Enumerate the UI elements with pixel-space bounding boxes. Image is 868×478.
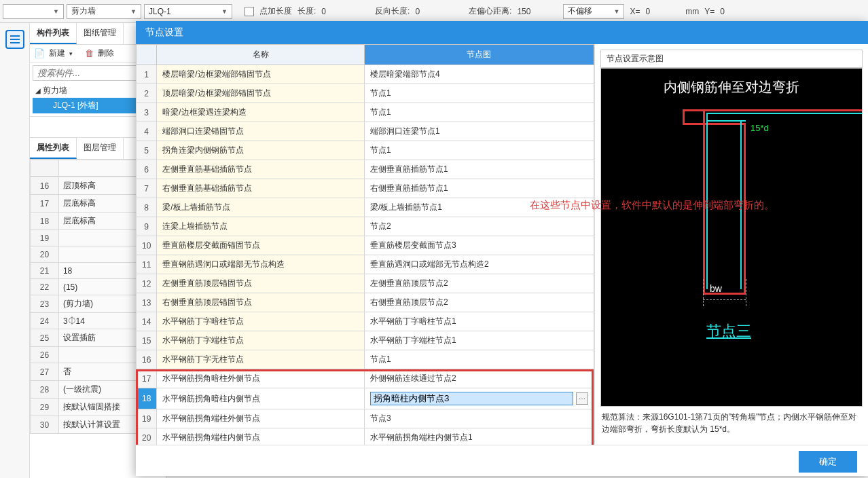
node-name-cell[interactable]: 右侧垂直筋顶层锚固节点 bbox=[157, 293, 365, 312]
node-value-cell[interactable]: 水平钢筋丁字端柱节点1 bbox=[364, 331, 594, 350]
prop-row-num: 27 bbox=[31, 363, 59, 381]
dropdown-wall-type[interactable]: 剪力墙▼ bbox=[67, 4, 141, 19]
ellipsis-button[interactable]: ⋯ bbox=[576, 392, 588, 405]
prop-row-num: 29 bbox=[31, 399, 59, 416]
dialog-title: 节点设置 bbox=[136, 21, 868, 44]
grid-row-num: 19 bbox=[137, 409, 157, 428]
grid-row-num: 8 bbox=[137, 198, 157, 217]
delete-button[interactable]: 删除 bbox=[98, 48, 114, 59]
grid-row-num: 2 bbox=[137, 84, 157, 103]
node-name-cell[interactable]: 拐角连梁内侧钢筋节点 bbox=[157, 141, 365, 160]
grid-row-num: 12 bbox=[137, 274, 157, 293]
dropdown-element[interactable]: JLQ-1▼ bbox=[144, 4, 232, 19]
prop-row-num: 21 bbox=[31, 263, 59, 279]
node-name-cell[interactable]: 垂直钢筋遇洞口或端部无节点构造 bbox=[157, 255, 365, 274]
node-name-cell[interactable]: 楼层暗梁/边框梁端部锚固节点 bbox=[157, 65, 365, 84]
col-name: 名称 bbox=[157, 45, 365, 65]
node-name-cell[interactable]: 水平钢筋拐角端柱外侧节点 bbox=[157, 409, 365, 428]
svg-rect-1 bbox=[10, 39, 20, 40]
node3-label: 节点三 bbox=[706, 321, 751, 342]
node-value-cell[interactable]: 节点2 bbox=[364, 217, 594, 236]
x-value: 0 bbox=[645, 7, 650, 16]
node-name-cell[interactable]: 左侧垂直筋顶层锚固节点 bbox=[157, 274, 365, 293]
prop-row-num: 26 bbox=[31, 347, 59, 363]
node-value-input[interactable] bbox=[370, 392, 573, 405]
offset-dropdown[interactable]: 不偏移▼ bbox=[563, 4, 624, 19]
rev-length-value: 0 bbox=[415, 7, 420, 16]
node-value-cell[interactable]: 节点1 bbox=[364, 84, 594, 103]
node-value-cell[interactable]: 右侧垂直筋插筋节点1 bbox=[364, 179, 594, 198]
node-value-cell[interactable]: 端部洞口连梁节点1 bbox=[364, 122, 594, 141]
grid-row-num: 20 bbox=[137, 428, 157, 445]
node-value-cell[interactable]: 左侧垂直筋插筋节点1 bbox=[364, 160, 594, 179]
y-value: 0 bbox=[720, 7, 725, 16]
grid-row-num: 3 bbox=[137, 103, 157, 122]
node-value-cell[interactable]: 节点1 bbox=[364, 103, 594, 122]
node-name-cell[interactable]: 顶层暗梁/边框梁端部锚固节点 bbox=[157, 84, 365, 103]
node-name-cell[interactable]: 右侧垂直筋基础插筋节点 bbox=[157, 179, 365, 198]
node-name-cell[interactable]: 暗梁/边框梁遇连梁构造 bbox=[157, 103, 365, 122]
node-name-cell[interactable]: 水平钢筋拐角端柱内侧节点 bbox=[157, 428, 365, 445]
node-value-cell[interactable]: 垂直筋遇洞口或端部无节点构造2 bbox=[364, 255, 594, 274]
node-name-cell[interactable]: 垂直筋楼层变截面锚固节点 bbox=[157, 236, 365, 255]
list-icon bbox=[10, 34, 20, 45]
node-value-cell[interactable]: 右侧垂直筋顶层节点2 bbox=[364, 293, 594, 312]
node-value-cell[interactable]: 垂直筋楼层变截面节点3 bbox=[364, 236, 594, 255]
chevron-down-icon[interactable]: ▾ bbox=[69, 50, 73, 57]
node-value-cell[interactable]: 楼层暗梁端部节点4 bbox=[364, 65, 594, 84]
col-rownum bbox=[137, 45, 157, 65]
node-value-cell[interactable]: 节点1 bbox=[364, 350, 594, 369]
y-label: Y= bbox=[704, 7, 715, 16]
grid-row-num: 7 bbox=[137, 179, 157, 198]
node-name-cell[interactable]: 左侧垂直筋基础插筋节点 bbox=[157, 160, 365, 179]
node-grid-area: 名称 节点图 1楼层暗梁/边框梁端部锚固节点楼层暗梁端部节点42顶层暗梁/边框梁… bbox=[136, 44, 595, 445]
ok-button[interactable]: 确定 bbox=[799, 451, 857, 473]
mm-label: mm bbox=[685, 7, 699, 16]
length-label: 长度: bbox=[297, 5, 316, 17]
prop-row-num: 17 bbox=[31, 195, 59, 213]
grid-row-num: 1 bbox=[137, 65, 157, 84]
node-value-cell[interactable]: 节点3 bbox=[364, 409, 594, 428]
lengthen-checkbox[interactable] bbox=[245, 7, 254, 16]
node-name-cell[interactable]: 水平钢筋拐角暗柱外侧节点 bbox=[157, 369, 365, 388]
node-value-cell[interactable]: 水平钢筋丁字暗柱节点1 bbox=[364, 312, 594, 331]
tab-layers[interactable]: 图层管理 bbox=[77, 138, 124, 159]
bw-label: bw bbox=[710, 283, 722, 294]
grid-row-num: 6 bbox=[137, 160, 157, 179]
node-value-cell[interactable]: 节点1 bbox=[364, 141, 594, 160]
node-name-cell[interactable]: 水平钢筋拐角暗柱内侧节点 bbox=[157, 388, 365, 409]
node-diagram: 内侧钢筋伸至对边弯折 15*d bw 节点三 bbox=[600, 68, 863, 407]
node-value-cell[interactable]: ⋯ bbox=[364, 388, 594, 409]
grid-row-num: 10 bbox=[137, 236, 157, 255]
grid-row-num: 4 bbox=[137, 122, 157, 141]
rev-length-label: 反向长度: bbox=[375, 5, 410, 17]
dropdown-blank[interactable]: ▼ bbox=[3, 4, 64, 19]
node-name-cell[interactable]: 梁/板上墙插筋节点 bbox=[157, 198, 365, 217]
tab-properties[interactable]: 属性列表 bbox=[30, 138, 77, 159]
chevron-down-icon: ▼ bbox=[130, 8, 137, 15]
collapse-icon: ◢ bbox=[35, 87, 41, 94]
prop-row-num: 25 bbox=[31, 329, 59, 347]
node-value-cell[interactable]: 左侧垂直筋顶层节点2 bbox=[364, 274, 594, 293]
tab-drawings[interactable]: 图纸管理 bbox=[77, 23, 124, 44]
svg-rect-2 bbox=[10, 42, 20, 43]
node-value-cell[interactable]: 外侧钢筋连续通过节点2 bbox=[364, 369, 594, 388]
node-name-cell[interactable]: 连梁上墙插筋节点 bbox=[157, 217, 365, 236]
prop-row-num: 23 bbox=[31, 295, 59, 313]
prop-row-num: 16 bbox=[31, 177, 59, 195]
delete-icon: 🗑 bbox=[85, 48, 94, 58]
left-offset-label: 左偏心距离: bbox=[469, 5, 511, 17]
panel-toggle-icon[interactable] bbox=[5, 30, 24, 49]
node-grid[interactable]: 名称 节点图 1楼层暗梁/边框梁端部锚固节点楼层暗梁端部节点42顶层暗梁/边框梁… bbox=[136, 44, 594, 445]
diagram-title: 节点设置示意图 bbox=[600, 50, 863, 68]
node-name-cell[interactable]: 水平钢筋丁字端柱节点 bbox=[157, 331, 365, 350]
node-name-cell[interactable]: 水平钢筋丁字无柱节点 bbox=[157, 350, 365, 369]
node-name-cell[interactable]: 水平钢筋丁字暗柱节点 bbox=[157, 312, 365, 331]
diagram-caption: 规范算法：来源16G101-1第71页的"转角墙"节点；内侧水平钢筋伸至对边端部… bbox=[600, 407, 863, 439]
node-value-cell[interactable]: 水平钢筋拐角端柱内侧节点1 bbox=[364, 428, 594, 445]
x-label: X= bbox=[630, 7, 640, 16]
grid-row-num: 13 bbox=[137, 293, 157, 312]
node-name-cell[interactable]: 端部洞口连梁锚固节点 bbox=[157, 122, 365, 141]
tab-components[interactable]: 构件列表 bbox=[30, 23, 77, 44]
new-button[interactable]: 新建 bbox=[49, 48, 65, 59]
